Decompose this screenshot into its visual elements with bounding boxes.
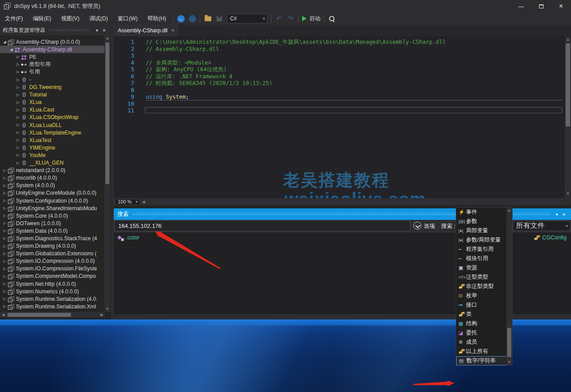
tree-item[interactable]: ▷{}DG.Tweening: [0, 84, 105, 91]
expander-closed-icon[interactable]: ▷: [2, 191, 8, 195]
menu-item-6[interactable]: 帮助(H): [143, 13, 171, 24]
expander-closed-icon[interactable]: ▷: [2, 274, 8, 278]
expander-closed-icon[interactable]: ▷: [2, 229, 8, 233]
tree-item[interactable]: ▷{}XLuaTest: [0, 136, 105, 144]
expander-closed-icon[interactable]: ▷: [15, 62, 21, 66]
search-result-type[interactable]: CGConfig: [534, 234, 567, 241]
scroll-down-icon[interactable]: ▼: [506, 360, 512, 364]
dropdown-item-param[interactable]: [@]参数: [456, 217, 507, 226]
file-filter-combobox[interactable]: 所有文件 ▾: [513, 221, 571, 231]
dropdown-item-ref[interactable]: ▪▪模块引用: [456, 254, 507, 263]
tree-item[interactable]: ▷System.Net.Http (4.0.0.0): [0, 280, 105, 288]
expander-closed-icon[interactable]: ▷: [2, 297, 8, 301]
menu-item-2[interactable]: 编辑(E): [28, 13, 56, 24]
tree-item[interactable]: ▷{}-: [0, 76, 105, 83]
expander-closed-icon[interactable]: ▷: [15, 108, 21, 112]
expander-closed-icon[interactable]: ▷: [2, 244, 8, 248]
tree-item[interactable]: ◢Assembly-CSharp.dll: [0, 46, 105, 53]
expander-closed-icon[interactable]: ▷: [2, 259, 8, 263]
dropdown-item-class[interactable]: 以上所有: [456, 347, 507, 356]
scroll-left-icon[interactable]: ◀: [142, 199, 145, 205]
expander-closed-icon[interactable]: ▷: [15, 146, 21, 150]
tree-item[interactable]: ▷System.ComponentModel.Compo: [0, 273, 105, 280]
menu-item-3[interactable]: 视图(V): [56, 13, 85, 24]
tree-item[interactable]: ▷System.Data (4.0.0.0): [0, 227, 105, 234]
tree-item[interactable]: ▷System (4.0.0.0): [0, 182, 105, 189]
close-button[interactable]: ×: [551, 0, 571, 12]
editor-horizontal-scrollbar[interactable]: ◀: [140, 199, 565, 205]
expander-closed-icon[interactable]: ▷: [2, 267, 8, 271]
dropdown-item-resource[interactable]: ▣资源: [456, 263, 507, 273]
dropdown-item-delegate[interactable]: ◪委托: [456, 328, 507, 338]
menu-item-4[interactable]: 调试(D): [84, 13, 113, 24]
menu-item-1[interactable]: 文件(F): [0, 13, 28, 24]
tree-item[interactable]: ▷System.Diagnostics.StackTrace (4: [0, 234, 105, 242]
scroll-up-icon[interactable]: ▲: [105, 36, 110, 40]
editor-vertical-scrollbar[interactable]: ▲ ▼: [565, 36, 571, 198]
tree-item[interactable]: ▷System.IO.Compression.FileSyste: [0, 265, 105, 273]
tree-item[interactable]: ▷UnityEngine.SharedInternalsModu: [0, 204, 105, 212]
panel-close-button[interactable]: ×: [560, 211, 567, 218]
navigate-back-button[interactable]: ←: [175, 13, 186, 24]
tree-item[interactable]: ▷PE: [0, 53, 105, 61]
tree-item[interactable]: ▷System.Globalization.Extensions (: [0, 250, 105, 257]
chevron-down-icon[interactable]: ▾: [563, 224, 570, 228]
dropdown-item-local[interactable]: [●]参数/局部变量: [456, 235, 507, 245]
scroll-down-icon[interactable]: ▼: [565, 192, 571, 196]
expander-closed-icon[interactable]: ▷: [2, 169, 8, 173]
expander-closed-icon[interactable]: ▷: [2, 221, 8, 225]
tree-item[interactable]: ▷DOTween (1.0.0.0): [0, 219, 105, 227]
expander-closed-icon[interactable]: ▷: [15, 85, 21, 89]
expander-closed-icon[interactable]: ▷: [15, 123, 21, 127]
tree-item[interactable]: ▷UnityEngine.CoreModule (0.0.0.0): [0, 189, 105, 197]
expander-closed-icon[interactable]: ▷: [15, 138, 21, 142]
scroll-right-icon[interactable]: ▶: [101, 312, 103, 318]
dropdown-item-struct[interactable]: ▦结构: [456, 319, 507, 328]
scroll-up-icon[interactable]: ▲: [565, 38, 571, 42]
scroll-left-icon[interactable]: ◀: [2, 312, 4, 318]
scrollbar-thumb[interactable]: [105, 42, 109, 184]
expander-closed-icon[interactable]: ▷: [2, 289, 8, 293]
tree-item[interactable]: ▷System.Runtime.Serialization.Xml: [0, 303, 105, 310]
search-result-cctor[interactable]: .cctor: [117, 234, 140, 241]
tree-item[interactable]: ▷类型引用: [0, 61, 105, 68]
scrollbar-thumb[interactable]: [8, 313, 71, 317]
scroll-down-icon[interactable]: ▼: [105, 307, 110, 311]
panel-close-button[interactable]: ×: [101, 27, 108, 34]
expander-closed-icon[interactable]: ▷: [15, 161, 21, 165]
options-chevron-icon[interactable]: [413, 222, 421, 230]
navigate-forward-button[interactable]: →: [186, 13, 198, 24]
dropdown-item-event[interactable]: ⚡事件: [456, 208, 507, 217]
dropdown-item-member[interactable]: ⚙成员: [456, 338, 507, 347]
tree-item[interactable]: ▷{}XLua.TemplateEngine: [0, 129, 105, 136]
tree-item[interactable]: ▷{}__XLUA_GEN: [0, 159, 105, 167]
expander-closed-icon[interactable]: ▷: [15, 93, 21, 97]
redo-button[interactable]: ↷: [285, 13, 296, 24]
open-file-button[interactable]: [202, 13, 214, 24]
expander-closed-icon[interactable]: ▷: [2, 184, 8, 188]
expander-closed-icon[interactable]: ▷: [2, 176, 8, 180]
expander-closed-icon[interactable]: ▷: [2, 206, 8, 210]
dropdown-item-generic[interactable]: <T>泛型类型: [456, 273, 507, 282]
panel-splitter[interactable]: [111, 25, 114, 319]
minimize-button[interactable]: —: [511, 0, 531, 12]
expander-closed-icon[interactable]: ▷: [15, 78, 21, 82]
tree-item[interactable]: ▷System.Configuration (4.0.0.0): [0, 197, 105, 204]
expander-closed-icon[interactable]: ▷: [15, 131, 21, 135]
tree-item[interactable]: ▷{}XLua: [0, 99, 105, 106]
tab-close-icon[interactable]: ×: [171, 27, 175, 34]
dropdown-item-interface[interactable]: ⊸接口: [456, 300, 507, 310]
expander-closed-icon[interactable]: ▷: [15, 153, 21, 157]
tab-assembly-csharp[interactable]: Assembly-CSharp.dll ×: [114, 25, 179, 36]
options-label[interactable]: 选项: [424, 223, 435, 230]
scrollbar-thumb[interactable]: [566, 43, 570, 127]
tree-item[interactable]: ▷{}XLua.CSObjectWrap: [0, 114, 105, 121]
expander-closed-icon[interactable]: ▷: [2, 304, 8, 308]
tree-item[interactable]: ▷System.Numerics (4.0.0.0): [0, 288, 105, 295]
dropdown-item-local[interactable]: [●]局部变量: [456, 226, 507, 235]
expander-closed-icon[interactable]: ▷: [15, 55, 21, 59]
tree-item[interactable]: ▷netstandard (2.0.0.0): [0, 167, 105, 174]
tree-item[interactable]: ▷System.IO.Compression (4.0.0.0): [0, 257, 105, 265]
tree-item[interactable]: ◢Assembly-CSharp (0.0.0.0): [0, 38, 105, 46]
undo-button[interactable]: ↶: [273, 13, 285, 24]
